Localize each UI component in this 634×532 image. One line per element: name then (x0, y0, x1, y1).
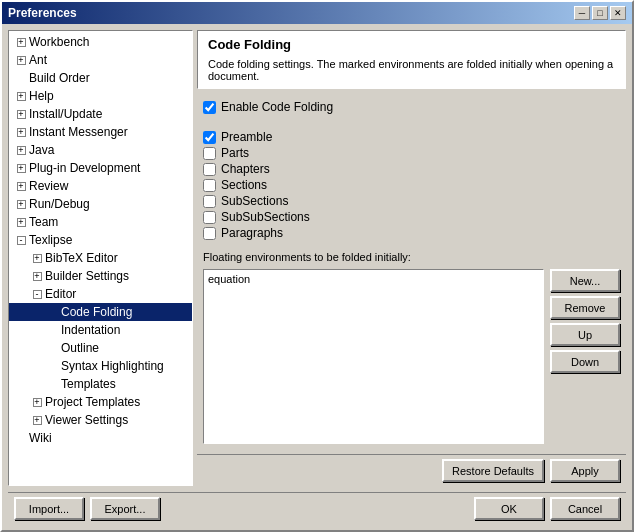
tree-item-build-order[interactable]: Build Order (9, 69, 192, 87)
tree-item-bibtex-editor[interactable]: +BibTeX Editor (9, 249, 192, 267)
expand-icon-review[interactable]: + (13, 178, 29, 194)
expand-icon-builder-settings[interactable]: + (29, 268, 45, 284)
expand-icon-editor[interactable]: - (29, 286, 45, 302)
tree-label-builder-settings: Builder Settings (45, 269, 129, 283)
checkbox-row-subsections: SubSections (203, 193, 620, 209)
tree-label-viewer-settings: Viewer Settings (45, 413, 128, 427)
title-bar: Preferences ─ □ ✕ (2, 2, 632, 24)
floating-list[interactable]: equation (203, 269, 544, 444)
close-button[interactable]: ✕ (610, 6, 626, 20)
expand-icon-team[interactable]: + (13, 214, 29, 230)
expand-icon-run-debug[interactable]: + (13, 196, 29, 212)
tree-label-project-templates: Project Templates (45, 395, 140, 409)
expand-icon-instant-messenger[interactable]: + (13, 124, 29, 140)
tree-item-workbench[interactable]: +Workbench (9, 33, 192, 51)
tree-label-editor: Editor (45, 287, 76, 301)
checkbox-label-subsections: SubSections (221, 194, 288, 208)
no-expand-indentation (45, 322, 61, 338)
maximize-button[interactable]: □ (592, 6, 608, 20)
checkbox-chapters[interactable] (203, 163, 216, 176)
tree-item-indentation[interactable]: Indentation (9, 321, 192, 339)
content-header: Code Folding Code folding settings. The … (197, 30, 626, 89)
ok-button[interactable]: OK (474, 497, 544, 520)
tree-item-plugin-dev[interactable]: +Plug-in Development (9, 159, 192, 177)
tree-item-wiki[interactable]: Wiki (9, 429, 192, 447)
restore-defaults-button[interactable]: Restore Defaults (442, 459, 544, 482)
floating-section: equation New... Remove Up Down (203, 269, 620, 444)
tree-item-editor[interactable]: -Editor (9, 285, 192, 303)
expand-icon-plugin-dev[interactable]: + (13, 160, 29, 176)
tree-panel[interactable]: +Workbench+AntBuild Order+Help+Install/U… (8, 30, 193, 486)
expand-icon-help[interactable]: + (13, 88, 29, 104)
tree-item-project-templates[interactable]: +Project Templates (9, 393, 192, 411)
floating-label: Floating environments to be folded initi… (203, 251, 620, 263)
checkbox-subsubsections[interactable] (203, 211, 216, 224)
tree-item-code-folding[interactable]: Code Folding (9, 303, 192, 321)
tree-item-instant-messenger[interactable]: +Instant Messenger (9, 123, 192, 141)
list-item[interactable]: equation (206, 272, 541, 286)
tree-label-ant: Ant (29, 53, 47, 67)
tree-label-indentation: Indentation (61, 323, 120, 337)
tree-label-team: Team (29, 215, 58, 229)
tree-item-templates[interactable]: Templates (9, 375, 192, 393)
import-button[interactable]: Import... (14, 497, 84, 520)
cancel-button[interactable]: Cancel (550, 497, 620, 520)
expand-icon-project-templates[interactable]: + (29, 394, 45, 410)
tree-label-build-order: Build Order (29, 71, 90, 85)
tree-item-texlipse[interactable]: -Texlipse (9, 231, 192, 249)
no-expand-outline (45, 340, 61, 356)
expand-icon-java[interactable]: + (13, 142, 29, 158)
tree-item-ant[interactable]: +Ant (9, 51, 192, 69)
footer-bar: Import... Export... OK Cancel (8, 492, 626, 524)
expand-icon-workbench[interactable]: + (13, 34, 29, 50)
up-button[interactable]: Up (550, 323, 620, 346)
checkbox-label-parts: Parts (221, 146, 249, 160)
minimize-button[interactable]: ─ (574, 6, 590, 20)
checkbox-label-sections: Sections (221, 178, 267, 192)
tree-label-code-folding: Code Folding (61, 305, 132, 319)
preferences-window: Preferences ─ □ ✕ +Workbench+AntBuild Or… (0, 0, 634, 532)
main-area: +Workbench+AntBuild Order+Help+Install/U… (8, 30, 626, 486)
tree-label-install-update: Install/Update (29, 107, 102, 121)
tree-item-help[interactable]: +Help (9, 87, 192, 105)
expand-icon-ant[interactable]: + (13, 52, 29, 68)
expand-icon-viewer-settings[interactable]: + (29, 412, 45, 428)
tree-label-workbench: Workbench (29, 35, 89, 49)
tree-item-builder-settings[interactable]: +Builder Settings (9, 267, 192, 285)
tree-item-team[interactable]: +Team (9, 213, 192, 231)
tree-label-instant-messenger: Instant Messenger (29, 125, 128, 139)
tree-item-viewer-settings[interactable]: +Viewer Settings (9, 411, 192, 429)
checkbox-row-paragraphs: Paragraphs (203, 225, 620, 241)
export-button[interactable]: Export... (90, 497, 160, 520)
new-button[interactable]: New... (550, 269, 620, 292)
checkbox-row-subsubsections: SubSubSections (203, 209, 620, 225)
checkbox-label-chapters: Chapters (221, 162, 270, 176)
expand-icon-texlipse[interactable]: - (13, 232, 29, 248)
expand-icon-install-update[interactable]: + (13, 106, 29, 122)
checkbox-sections[interactable] (203, 179, 216, 192)
content-body: Enable Code Folding PreamblePartsChapter… (197, 95, 626, 448)
tree-item-run-debug[interactable]: +Run/Debug (9, 195, 192, 213)
expand-icon-bibtex-editor[interactable]: + (29, 250, 45, 266)
action-bar: Restore Defaults Apply (197, 454, 626, 486)
tree-item-syntax-highlighting[interactable]: Syntax Highlighting (9, 357, 192, 375)
enable-code-folding-checkbox[interactable] (203, 101, 216, 114)
tree-item-java[interactable]: +Java (9, 141, 192, 159)
apply-button[interactable]: Apply (550, 459, 620, 482)
tree-item-outline[interactable]: Outline (9, 339, 192, 357)
tree-label-java: Java (29, 143, 54, 157)
window-title: Preferences (8, 6, 77, 20)
checkbox-preamble[interactable] (203, 131, 216, 144)
remove-button[interactable]: Remove (550, 296, 620, 319)
checkbox-parts[interactable] (203, 147, 216, 160)
tree-label-plugin-dev: Plug-in Development (29, 161, 140, 175)
checkbox-subsections[interactable] (203, 195, 216, 208)
tree-item-review[interactable]: +Review (9, 177, 192, 195)
down-button[interactable]: Down (550, 350, 620, 373)
checkbox-paragraphs[interactable] (203, 227, 216, 240)
footer-right: OK Cancel (474, 497, 620, 520)
window-controls: ─ □ ✕ (574, 6, 626, 20)
checkbox-row-parts: Parts (203, 145, 620, 161)
tree-label-bibtex-editor: BibTeX Editor (45, 251, 118, 265)
tree-item-install-update[interactable]: +Install/Update (9, 105, 192, 123)
